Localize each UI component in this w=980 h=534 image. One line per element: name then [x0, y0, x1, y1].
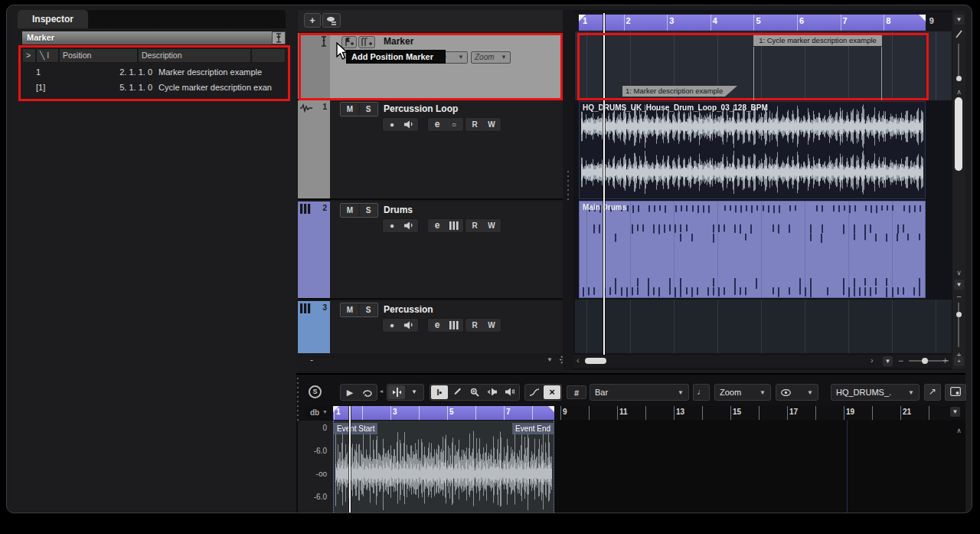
- editor-scroll-up-icon[interactable]: ∧: [952, 427, 965, 434]
- percussion-track-lane[interactable]: [575, 300, 952, 353]
- marker-section-icon[interactable]: [272, 31, 286, 44]
- track-percussion-loop[interactable]: 1 M S Percussion Loop ● e ○ R W: [298, 100, 563, 200]
- audio-clip-region[interactable]: [333, 421, 554, 513]
- edit-channel-icon[interactable]: e: [430, 119, 445, 130]
- instrument-icon[interactable]: [446, 319, 462, 331]
- mute-button[interactable]: M: [341, 205, 358, 216]
- locator-range[interactable]: [579, 15, 926, 31]
- marker-position[interactable]: 5. 1. 1. 0: [68, 80, 152, 94]
- editor-solo-button[interactable]: S: [309, 385, 322, 398]
- record-enable-icon[interactable]: ●: [384, 220, 400, 231]
- editor-ruler-options-icon[interactable]: ▼: [950, 407, 960, 417]
- vzoom-slider[interactable]: [958, 303, 959, 347]
- chevron-down-icon[interactable]: ▼: [406, 385, 423, 399]
- ruler-bar-number[interactable]: 9: [929, 16, 934, 25]
- event-end-tag[interactable]: Event End: [512, 423, 554, 434]
- add-track-button[interactable]: +: [304, 13, 321, 28]
- vzoom-out-icon[interactable]: −: [952, 292, 965, 301]
- write-automation-button[interactable]: W: [484, 319, 499, 331]
- read-automation-button[interactable]: R: [467, 119, 482, 130]
- editor-locator-range[interactable]: [333, 406, 554, 420]
- pencil-tool-icon[interactable]: [449, 385, 466, 399]
- snap-icon[interactable]: ×: [544, 385, 560, 399]
- track-marker-colorstrip[interactable]: [298, 33, 330, 99]
- hscroll-thumb[interactable]: [585, 358, 606, 364]
- ruler-bar-number[interactable]: 6: [799, 16, 804, 25]
- pencil-zoom-icon[interactable]: [956, 30, 962, 38]
- scroll-up-icon[interactable]: ∧: [952, 88, 965, 96]
- waveform-zoom-handle[interactable]: [956, 76, 962, 81]
- hzoom-slider-handle[interactable]: [922, 358, 928, 364]
- marker-table-row[interactable]: [1]5. 1. 1. 0Cycle marker description ex…: [22, 80, 286, 94]
- instrument-icon[interactable]: [446, 220, 462, 231]
- track-name-marker[interactable]: Marker: [384, 36, 413, 47]
- shrink-tracks-button[interactable]: -: [310, 355, 313, 365]
- autoscroll-icon[interactable]: [388, 385, 405, 399]
- editor-ruler-number[interactable]: 9: [563, 408, 567, 416]
- col-type-icons[interactable]: ╲ I: [36, 48, 59, 63]
- zoom-in-icon[interactable]: +: [942, 355, 948, 366]
- scroll-down-icon[interactable]: ∨: [952, 269, 965, 277]
- ruler-bar-number[interactable]: 3: [669, 16, 674, 25]
- editor-ruler-number[interactable]: 5: [449, 408, 454, 416]
- zoom-out-icon[interactable]: −: [898, 355, 903, 366]
- ruler-bar-number[interactable]: 1: [583, 16, 587, 25]
- marker-description[interactable]: Cycle marker description exan: [158, 80, 286, 94]
- vscroll-thumb[interactable]: [955, 97, 962, 171]
- ruler-bar-number[interactable]: 8: [886, 16, 890, 25]
- record-enable-icon[interactable]: ●: [384, 119, 400, 130]
- track-name-percussion-loop[interactable]: Percussion Loop: [384, 103, 458, 114]
- solo-button[interactable]: S: [360, 103, 377, 115]
- freeze-icon[interactable]: ○: [446, 119, 462, 130]
- monitor-icon[interactable]: [401, 319, 416, 331]
- monitor-icon[interactable]: [401, 119, 416, 130]
- expand-left-icon[interactable]: ◂: [380, 388, 383, 395]
- ruler-bar-number[interactable]: 5: [756, 16, 760, 25]
- editor-ruler-number[interactable]: 13: [676, 408, 684, 416]
- track-percussion-colorstrip[interactable]: 3: [298, 301, 330, 353]
- vzoom-handle[interactable]: [956, 312, 962, 317]
- editor-ruler-number[interactable]: 19: [846, 408, 854, 416]
- track-drums[interactable]: 2 M S Drums ● e R W: [298, 201, 563, 300]
- position-marker-event[interactable]: 1: Marker description example: [622, 86, 737, 97]
- cycle-marker-event[interactable]: 1: Cycle marker description example: [753, 35, 882, 46]
- view-options-dropdown[interactable]: ▼: [776, 384, 818, 401]
- corner-zoom-icon[interactable]: +: [954, 356, 964, 366]
- editor-setup-icon[interactable]: [945, 384, 966, 401]
- edit-channel-icon[interactable]: e: [430, 319, 445, 331]
- solo-button[interactable]: S: [360, 304, 377, 316]
- ruler-bar-number[interactable]: 2: [626, 16, 631, 25]
- monitor-icon[interactable]: [401, 220, 416, 231]
- add-cycle-marker-button[interactable]: [358, 36, 375, 48]
- range-selection-tool[interactable]: I▪: [431, 385, 448, 399]
- marker-description[interactable]: Marker description example: [158, 65, 286, 79]
- marker-id[interactable]: [1]: [36, 80, 54, 94]
- track-percussion[interactable]: 3 M S Percussion ● e R W: [298, 301, 563, 353]
- mute-button[interactable]: M: [341, 304, 358, 316]
- editor-ruler-number[interactable]: 17: [789, 408, 798, 416]
- editor-ruler-number[interactable]: 11: [619, 408, 628, 416]
- marker-position[interactable]: 2. 1. 1. 0: [68, 65, 152, 79]
- editor-ruler-number[interactable]: 21: [903, 408, 911, 416]
- chevron-down-icon[interactable]: ▼: [547, 356, 553, 363]
- tab-inspector[interactable]: Inspector: [18, 10, 88, 28]
- marker-zoom-dropdown[interactable]: Zoom▼: [471, 51, 511, 64]
- track-preset-icon[interactable]: [322, 13, 341, 28]
- editor-ruler-number[interactable]: 7: [506, 408, 511, 416]
- col-locate[interactable]: >: [22, 48, 36, 63]
- marker-table-row[interactable]: 12. 1. 1. 0Marker description example: [22, 65, 286, 79]
- grid-icon[interactable]: #: [567, 385, 586, 399]
- waveform-zoom-slider[interactable]: [958, 44, 959, 80]
- track-scale-icon[interactable]: ▼: [954, 15, 964, 25]
- audition-volume-icon[interactable]: [501, 385, 518, 399]
- track-name-drums[interactable]: Drums: [384, 205, 413, 215]
- read-automation-button[interactable]: R: [467, 319, 482, 331]
- track-name-percussion[interactable]: Percussion: [384, 304, 433, 315]
- right-locator-handle[interactable]: [919, 15, 926, 21]
- editor-ruler-number[interactable]: 3: [393, 408, 397, 416]
- db-scale-label[interactable]: db: [310, 408, 319, 417]
- mute-button[interactable]: M: [341, 103, 358, 115]
- ruler-bar-number[interactable]: 7: [843, 16, 848, 25]
- read-automation-button[interactable]: R: [467, 220, 482, 231]
- midi-part-main-drums[interactable]: Main Drums: [579, 201, 926, 298]
